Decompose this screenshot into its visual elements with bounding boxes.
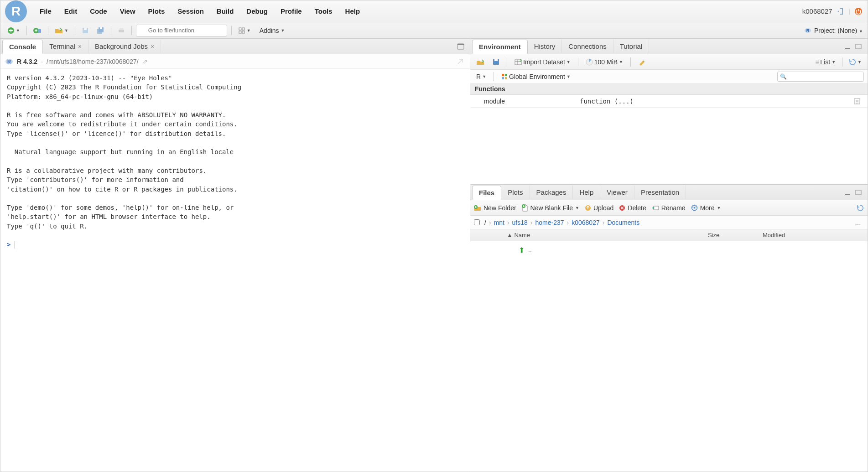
files-table-header: ▲ Name Size Modified [470, 229, 868, 241]
svg-rect-22 [856, 44, 861, 49]
r-lang-icon: R [5, 58, 13, 65]
language-dropdown[interactable]: R ▼ [474, 72, 489, 82]
console-tabs: Console Terminal× Background Jobs× [0, 39, 470, 54]
menu-profile[interactable]: Profile [274, 5, 308, 18]
tab-tutorial[interactable]: Tutorial [613, 40, 649, 53]
goto-file-function[interactable]: ➦ [136, 25, 227, 36]
chevron-right-icon: › [530, 219, 533, 226]
env-object-value: function (...) [575, 98, 854, 105]
grid-button[interactable]: ▼ [236, 26, 253, 36]
delete-button[interactable]: Delete [619, 204, 646, 212]
pane-window-icon[interactable] [456, 42, 465, 51]
breadcrumb-part[interactable]: ufs18 [512, 219, 528, 226]
print-button[interactable] [115, 26, 127, 35]
breadcrumb-part[interactable]: k0068027 [572, 219, 600, 226]
col-modified[interactable]: Modified [763, 232, 868, 239]
select-all-checkbox[interactable] [474, 219, 480, 225]
tab-history[interactable]: History [528, 40, 562, 53]
minimize-icon[interactable] [843, 42, 852, 51]
svg-rect-27 [502, 74, 504, 76]
menu-build[interactable]: Build [210, 5, 240, 18]
signout-icon[interactable] [836, 7, 845, 16]
env-search-input[interactable] [777, 72, 864, 82]
menu-plots[interactable]: Plots [142, 5, 172, 18]
breadcrumb-part[interactable]: home-237 [535, 219, 564, 226]
clear-objects-icon[interactable] [636, 57, 648, 67]
chevron-right-icon: › [489, 219, 491, 226]
tab-environment[interactable]: Environment [472, 40, 528, 54]
files-row-parent[interactable]: ⬆ .. [470, 244, 868, 256]
menu-code[interactable]: Code [83, 5, 114, 18]
clear-console-icon[interactable] [456, 57, 465, 66]
tab-help[interactable]: Help [573, 186, 600, 199]
new-blank-file-button[interactable]: New Blank File ▼ [522, 204, 579, 212]
save-button[interactable] [79, 26, 91, 36]
import-dataset-dropdown[interactable]: Import Dataset ▼ [512, 57, 573, 67]
breadcrumb-part[interactable]: mnt [494, 219, 504, 226]
memory-usage[interactable]: 100 MiB ▼ [583, 57, 625, 67]
menu-help[interactable]: Help [339, 5, 367, 18]
col-name[interactable]: ▲ Name [484, 232, 708, 239]
search-icon: 🔍 [780, 73, 787, 80]
goto-input[interactable] [136, 25, 227, 36]
rename-button[interactable]: Rename [652, 204, 686, 212]
environment-pane: Environment History Connections Tutorial [470, 39, 868, 185]
svg-text:R: R [7, 59, 11, 64]
new-project-button[interactable] [31, 26, 44, 36]
more-dropdown[interactable]: More ▼ [691, 204, 721, 212]
save-all-button[interactable] [94, 26, 107, 36]
env-object-row[interactable]: module function (...) [470, 95, 868, 108]
breadcrumb-part[interactable]: Documents [607, 219, 639, 226]
tab-files[interactable]: Files [472, 186, 501, 200]
tab-terminal[interactable]: Terminal× [43, 40, 88, 53]
open-file-button[interactable]: ▼ [52, 26, 71, 35]
tab-plots[interactable]: Plots [501, 186, 530, 199]
environment-tabs: Environment History Connections Tutorial [470, 39, 868, 54]
load-workspace-icon[interactable] [474, 57, 487, 67]
left-pane: Console Terminal× Background Jobs× R R 4… [0, 39, 470, 472]
menu-file[interactable]: File [33, 5, 58, 18]
close-icon[interactable]: × [78, 43, 82, 50]
new-folder-button[interactable]: New Folder [474, 204, 516, 212]
svg-rect-33 [856, 190, 861, 195]
tab-presentation[interactable]: Presentation [634, 186, 686, 199]
files-list: ⬆ .. [470, 241, 868, 472]
svg-rect-30 [505, 77, 507, 79]
working-directory-path[interactable]: /mnt/ufs18/home-237/k0068027/ [47, 58, 139, 65]
menu-view[interactable]: View [114, 5, 142, 18]
tab-background-jobs[interactable]: Background Jobs× [88, 40, 161, 53]
list-view-dropdown[interactable]: ≡ List ▼ [813, 57, 838, 67]
r-project-icon: R [804, 27, 811, 34]
breadcrumb-root[interactable]: / [484, 219, 486, 226]
env-object-name: module [470, 98, 575, 105]
svg-rect-11 [239, 28, 241, 30]
main-toolbar: ▼ ▼ ➦ ▼ Addins ▼ [0, 22, 868, 39]
save-workspace-icon[interactable] [490, 57, 502, 67]
svg-rect-13 [239, 31, 241, 33]
minimize-icon[interactable] [843, 188, 852, 197]
scope-dropdown[interactable]: Global Environment ▼ [499, 72, 573, 82]
upload-button[interactable]: Upload [585, 204, 613, 212]
tab-viewer[interactable]: Viewer [600, 186, 634, 199]
share-icon[interactable]: ⇗ [142, 58, 148, 65]
menu-debug[interactable]: Debug [240, 5, 274, 18]
tab-packages[interactable]: Packages [530, 186, 573, 199]
refresh-icon[interactable]: ▼ [847, 57, 864, 67]
tab-console[interactable]: Console [2, 40, 43, 54]
console-output[interactable]: R version 4.3.2 (2023-10-31) -- "Eye Hol… [0, 69, 470, 472]
menu-tools[interactable]: Tools [308, 5, 339, 18]
menu-session[interactable]: Session [171, 5, 210, 18]
breadcrumb-more-icon[interactable]: … [855, 219, 864, 226]
power-icon[interactable] [854, 7, 863, 16]
col-size[interactable]: Size [708, 232, 763, 239]
maximize-icon[interactable] [854, 188, 863, 197]
project-dropdown[interactable]: Project: (None) ▼ [814, 27, 863, 34]
addins-dropdown[interactable]: Addins ▼ [256, 26, 289, 36]
maximize-icon[interactable] [854, 42, 863, 51]
close-icon[interactable]: × [151, 43, 154, 50]
new-file-button[interactable]: ▼ [5, 26, 22, 36]
view-object-icon[interactable] [854, 98, 868, 104]
tab-connections[interactable]: Connections [562, 40, 613, 53]
refresh-files-icon[interactable] [857, 204, 864, 212]
menu-edit[interactable]: Edit [58, 5, 83, 18]
